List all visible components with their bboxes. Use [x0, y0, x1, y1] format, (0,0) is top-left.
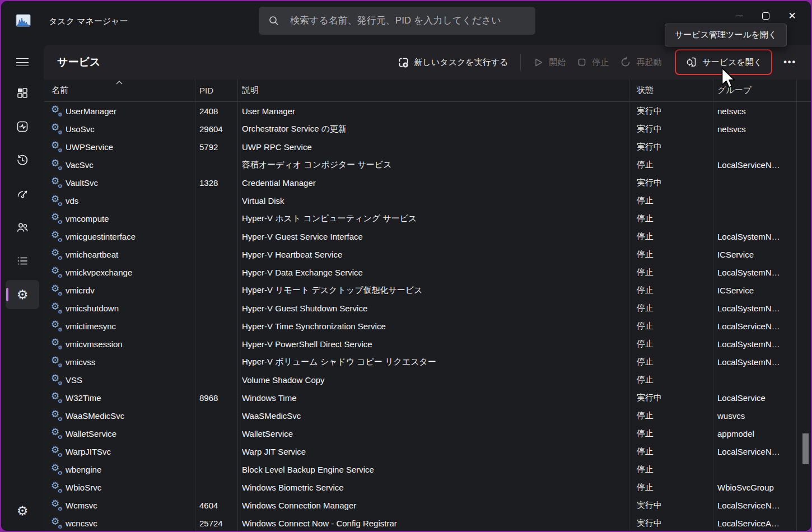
restart-label: 再起動: [636, 57, 661, 68]
page-header: サービス 新しいタスクを実行する 開始: [44, 45, 811, 80]
column-separator: [713, 80, 713, 531]
table-row[interactable]: ⚙⚙ vmicheartbeat Hyper-V Heartbeat Servi…: [44, 245, 811, 263]
toolbar: 新しいタスクを実行する 開始 停止: [392, 49, 802, 75]
sidebar-item-details[interactable]: [6, 246, 39, 276]
table-row[interactable]: ⚙⚙ vmicguestinterface Hyper-V Guest Serv…: [44, 227, 811, 245]
table-row[interactable]: ⚙⚙ vmicvss Hyper-V ボリューム シャドウ コピー リクエスター…: [44, 353, 811, 371]
settings-icon: ⚙: [17, 505, 29, 517]
service-group: LocalSystemN…: [713, 339, 796, 349]
search-input[interactable]: [290, 15, 525, 26]
more-options-button[interactable]: •••: [778, 53, 802, 72]
table-row[interactable]: ⚙⚙ VSS Volume Shadow Copy 停止: [44, 371, 811, 389]
column-separator: [195, 80, 195, 531]
service-group: WbioSvcGroup: [713, 483, 796, 492]
table-row[interactable]: ⚙⚙ W32Time 8968 Windows Time 実行中 LocalSe…: [44, 389, 811, 407]
restart-button[interactable]: 再起動: [614, 52, 667, 72]
service-gear-icon: ⚙⚙: [52, 177, 63, 188]
table-row[interactable]: ⚙⚙ vmicshutdown Hyper-V Guest Shutdown S…: [44, 299, 811, 317]
service-description: Hyper-V Heartbeat Service: [237, 250, 629, 259]
table-row[interactable]: ⚙⚙ UWPService 5792 UWP RPC Service 実行中: [44, 138, 811, 156]
sidebar-item-services[interactable]: ⚙: [6, 280, 39, 309]
service-status: 実行中: [629, 500, 713, 511]
scrollbar-thumb[interactable]: [802, 433, 809, 464]
service-name: vmickvpexchange: [66, 268, 132, 277]
sidebar: ⚙ ⚙: [1, 43, 44, 531]
page-title: サービス: [57, 55, 100, 69]
sidebar-item-startup-apps[interactable]: [6, 179, 39, 208]
service-gear-icon: ⚙⚙: [52, 284, 63, 296]
table-row[interactable]: ⚙⚙ WbioSrvc Windows Biometric Service 停止…: [44, 478, 811, 496]
column-header-name[interactable]: 名前: [44, 85, 195, 96]
sidebar-item-performance[interactable]: [6, 112, 39, 141]
column-header-pid[interactable]: PID: [195, 86, 237, 95]
table-row[interactable]: ⚙⚙ vds Virtual Disk 停止: [44, 192, 811, 209]
service-description: Virtual Disk: [237, 196, 629, 206]
table-row[interactable]: ⚙⚙ vmcompute Hyper-V ホスト コンピューティング サービス …: [44, 209, 811, 227]
service-gear-icon: ⚙⚙: [52, 141, 63, 152]
service-status: 実行中: [629, 142, 713, 152]
vertical-scrollbar[interactable]: [802, 80, 809, 531]
sidebar-item-app-history[interactable]: [6, 146, 39, 175]
content-card: サービス 新しいタスクを実行する 開始: [44, 45, 811, 531]
table-row[interactable]: ⚙⚙ vmickvpexchange Hyper-V Data Exchange…: [44, 263, 811, 281]
service-name: UsoSvc: [66, 124, 95, 134]
service-pid: 1328: [195, 178, 237, 188]
table-row[interactable]: ⚙⚙ vmicvmsession Hyper-V PowerShell Dire…: [44, 335, 811, 353]
service-description: Windows Biometric Service: [237, 483, 629, 492]
service-status: 停止: [629, 160, 713, 170]
service-pid: 25724: [195, 519, 237, 528]
service-description: User Manager: [237, 106, 629, 116]
service-status: 停止: [629, 267, 713, 278]
service-gear-icon: ⚙⚙: [52, 482, 63, 493]
run-new-task-label: 新しいタスクを実行する: [414, 57, 508, 68]
service-name: VaultSvc: [66, 178, 98, 188]
service-status: 停止: [629, 213, 713, 224]
service-status: 実行中: [629, 393, 713, 403]
table-row[interactable]: ⚙⚙ VacSvc 容積オーディオ コンポジター サービス 停止 LocalSe…: [44, 156, 811, 174]
sidebar-item-settings[interactable]: ⚙: [6, 497, 39, 524]
service-name: W32Time: [66, 393, 101, 403]
table-header-row: 名前 PID 説明 状態 グループ: [44, 80, 811, 102]
more-icon: •••: [783, 57, 796, 67]
service-gear-icon: ⚙⚙: [52, 105, 63, 116]
maximize-icon: [762, 12, 769, 20]
service-description: Hyper-V Data Exchange Service: [237, 268, 629, 277]
column-header-description[interactable]: 説明: [237, 85, 629, 96]
service-name: UWPService: [66, 142, 113, 152]
stop-label: 停止: [592, 57, 609, 68]
table-row[interactable]: ⚙⚙ VaultSvc 1328 Credential Manager 実行中: [44, 174, 811, 192]
stop-button[interactable]: 停止: [571, 53, 614, 72]
table-row[interactable]: ⚙⚙ WalletService WalletService 停止 appmod…: [44, 424, 811, 442]
navigation-menu-button[interactable]: [9, 52, 36, 72]
sidebar-item-processes[interactable]: [6, 78, 39, 108]
table-row[interactable]: ⚙⚙ vmicrdv Hyper-V リモート デスクトップ仮想化サービス 停止…: [44, 281, 811, 299]
service-gear-icon: ⚙⚙: [52, 374, 63, 385]
service-group: LocalSystemN…: [713, 232, 796, 241]
tooltip-open-services-management: サービス管理ツールを開く: [665, 24, 787, 46]
table-row[interactable]: ⚙⚙ WaaSMedicSvc WaaSMedicSvc 停止 wusvcs: [44, 407, 811, 424]
sidebar-item-users[interactable]: [6, 213, 39, 242]
table-row[interactable]: ⚙⚙ WarpJITSvc Warp JIT Service 停止 LocalS…: [44, 442, 811, 460]
new-task-icon: [398, 57, 409, 68]
service-description: Volume Shadow Copy: [237, 375, 629, 385]
search-box[interactable]: [259, 7, 535, 35]
service-description: Hyper-V ホスト コンピューティング サービス: [237, 213, 629, 224]
table-row[interactable]: ⚙⚙ UsoSvc 29604 Orchestrator Service の更新…: [44, 120, 811, 138]
table-row[interactable]: ⚙⚙ wcncsvc 25724 Windows Connect Now - C…: [44, 514, 811, 531]
service-description: Block Level Backup Engine Service: [237, 465, 629, 474]
table-row[interactable]: ⚙⚙ UserManager 2408 User Manager 実行中 net…: [44, 102, 811, 120]
service-group: LocalSystemN…: [713, 304, 796, 313]
start-button[interactable]: 開始: [528, 53, 571, 72]
service-description: 容積オーディオ コンポジター サービス: [237, 160, 629, 170]
service-status: 停止: [629, 195, 713, 206]
table-row[interactable]: ⚙⚙ vmictimesync Hyper-V Time Synchroniza…: [44, 317, 811, 335]
service-description: Hyper-V ボリューム シャドウ コピー リクエスター: [237, 357, 629, 367]
run-new-task-button[interactable]: 新しいタスクを実行する: [392, 52, 514, 73]
table-row[interactable]: ⚙⚙ Wcmsvc 4604 Windows Connection Manage…: [44, 496, 811, 514]
app-icon: [16, 13, 31, 28]
toolbar-separator: [520, 54, 521, 71]
service-name: WbioSrvc: [66, 483, 101, 492]
table-row[interactable]: ⚙⚙ wbengine Block Level Backup Engine Se…: [44, 460, 811, 478]
column-header-status[interactable]: 状態: [629, 85, 713, 96]
service-name: vmicguestinterface: [66, 232, 136, 241]
